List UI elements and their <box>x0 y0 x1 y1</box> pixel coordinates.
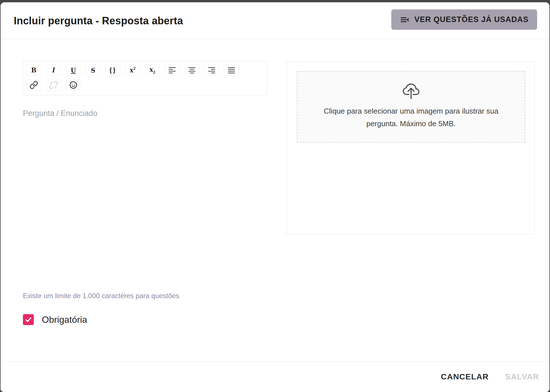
strikethrough-icon: S <box>91 67 95 74</box>
upload-instruction: Clique para selecionar uma imagem para i… <box>311 105 511 130</box>
align-left-button[interactable] <box>165 64 180 76</box>
align-center-button[interactable] <box>184 64 199 76</box>
required-checkbox[interactable] <box>23 314 34 325</box>
italic-icon: I <box>52 66 55 74</box>
align-center-icon <box>188 66 196 74</box>
question-limit-note: Existe um limite de 1.000 caractéres par… <box>23 292 179 300</box>
align-justify-button[interactable] <box>224 64 239 76</box>
emoji-icon <box>69 81 78 89</box>
superscript-button[interactable]: x2 <box>125 64 140 76</box>
subscript-button[interactable]: x2 <box>145 64 160 76</box>
underline-icon: U <box>71 67 76 74</box>
align-left-icon <box>168 66 176 74</box>
question-placeholder: Pergunta / Enunciado <box>23 109 267 118</box>
align-right-icon <box>207 66 216 74</box>
align-right-button[interactable] <box>204 64 219 76</box>
superscript-icon: x2 <box>130 66 135 74</box>
dialog-header: Incluir pergunta - Resposta aberta VER Q… <box>1 2 549 39</box>
bold-icon: B <box>31 66 36 74</box>
align-justify-icon <box>227 66 236 74</box>
question-editor[interactable]: Pergunta / Enunciado <box>22 101 268 284</box>
image-panel: Clique para selecionar uma imagem para i… <box>286 62 535 234</box>
link-icon <box>30 81 38 89</box>
dialog-footer: CANCELAR SALVAR <box>1 361 549 392</box>
unlink-icon <box>49 81 58 89</box>
view-used-questions-button[interactable]: VER QUESTÕES JÁ USADAS <box>391 9 537 30</box>
view-used-questions-label: VER QUESTÕES JÁ USADAS <box>414 15 529 24</box>
required-row: Obrigatória <box>23 314 87 325</box>
emoji-button[interactable] <box>66 79 81 91</box>
subscript-icon: x2 <box>150 66 155 74</box>
menu-open-icon <box>400 15 410 25</box>
unlink-button <box>46 79 61 91</box>
toolbar-row-2 <box>26 79 264 91</box>
check-icon <box>24 316 32 324</box>
image-upload-dropzone[interactable]: Clique para selecionar uma imagem para i… <box>297 71 525 142</box>
italic-button[interactable]: I <box>46 64 61 76</box>
toolbar-row-1: BIUS{}x2x2 <box>26 64 264 76</box>
add-question-dialog: Incluir pergunta - Resposta aberta VER Q… <box>1 2 549 392</box>
required-label: Obrigatória <box>42 314 87 325</box>
code-braces-button[interactable]: {} <box>105 64 120 76</box>
cancel-button[interactable]: CANCELAR <box>441 372 489 381</box>
strikethrough-button[interactable]: S <box>86 64 101 76</box>
bold-button[interactable]: B <box>26 64 41 76</box>
underline-button[interactable]: U <box>66 64 81 76</box>
dialog-title: Incluir pergunta - Resposta aberta <box>14 2 183 39</box>
richtext-toolbar: BIUS{}x2x2 <box>22 61 268 95</box>
cloud-upload-icon <box>403 84 419 105</box>
code-braces-icon: {} <box>109 67 117 74</box>
link-button[interactable] <box>26 79 41 91</box>
save-button[interactable]: SALVAR <box>505 372 539 381</box>
